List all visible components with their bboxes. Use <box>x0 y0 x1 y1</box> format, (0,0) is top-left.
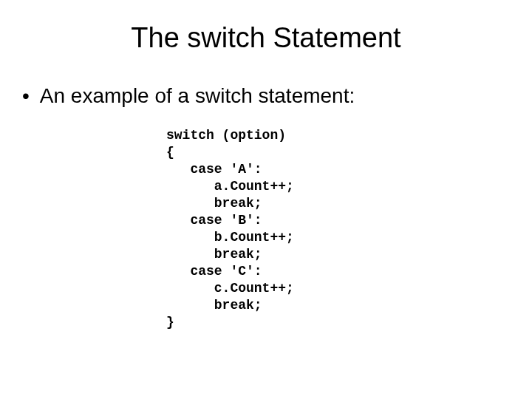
code-block: switch (option) { case 'A': a.Count++; b… <box>166 127 532 331</box>
bullet-item: • An example of a switch statement: <box>0 83 532 109</box>
bullet-text: An example of a switch statement: <box>40 83 355 109</box>
slide-title: The switch Statement <box>0 22 532 54</box>
bullet-marker: • <box>22 83 30 109</box>
